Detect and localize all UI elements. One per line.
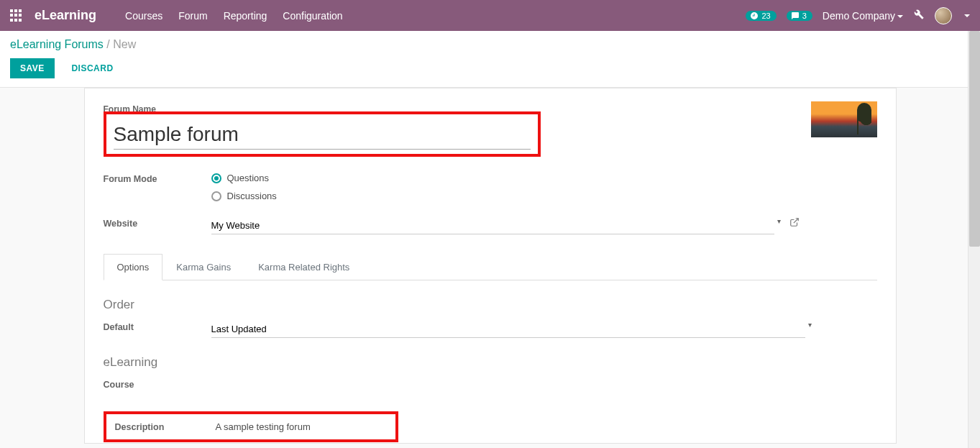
breadcrumb-sep: / [106, 38, 113, 50]
external-link-icon[interactable] [789, 217, 800, 229]
scrollbar[interactable] [968, 31, 980, 448]
apps-icon[interactable] [10, 9, 23, 22]
save-button[interactable]: SAVE [10, 58, 55, 78]
description-value: A sample testing forum [216, 421, 311, 432]
radio-questions[interactable] [211, 173, 221, 183]
description-label: Description [115, 422, 216, 432]
nav-reporting[interactable]: Reporting [224, 10, 267, 22]
topbar: eLearning Courses Forum Reporting Config… [0, 0, 980, 31]
wrench-icon [913, 9, 925, 20]
breadcrumb: eLearning Forums / New [10, 38, 970, 51]
mode-row: Forum Mode Questions Discussions [104, 173, 877, 209]
tab-karma-gains[interactable]: Karma Gains [162, 254, 244, 280]
website-row: Website ▾ [104, 217, 800, 234]
mode-option-discussions[interactable]: Discussions [211, 191, 277, 201]
description-highlight: Description A sample testing forum [104, 411, 398, 442]
company-switcher[interactable]: Demo Company [823, 10, 903, 22]
tabs: Options Karma Gains Karma Related Rights [104, 253, 877, 280]
tab-options[interactable]: Options [104, 254, 163, 280]
scrollbar-thumb[interactable] [969, 31, 980, 247]
clock-icon [750, 12, 759, 20]
mode-options: Questions Discussions [211, 173, 277, 209]
forum-name-input[interactable] [114, 122, 531, 150]
action-buttons: SAVE DISCARD [10, 58, 970, 78]
discard-button[interactable]: DISCARD [61, 58, 123, 78]
top-nav: Courses Forum Reporting Configuration [125, 10, 343, 22]
default-caret-icon[interactable]: ▾ [805, 321, 815, 329]
topbar-right: 23 3 Demo Company [746, 7, 970, 24]
mode-label: Forum Mode [104, 173, 211, 184]
chevron-down-icon [897, 15, 903, 18]
sheet-container: Forum Name Forum Mode Questions Discussi… [0, 88, 980, 444]
messages-count: 3 [802, 12, 807, 20]
course-label: Course [104, 378, 211, 390]
activities-count: 23 [761, 12, 770, 20]
svg-line-0 [794, 219, 798, 223]
name-group: Forum Name [104, 104, 877, 157]
user-caret-icon [964, 14, 970, 17]
radio-discussions[interactable] [211, 191, 221, 201]
course-row: Course [104, 378, 877, 390]
elearning-section-title: eLearning [104, 355, 877, 370]
tab-karma-rights[interactable]: Karma Related Rights [244, 254, 363, 280]
order-section-title: Order [104, 298, 877, 312]
website-field[interactable] [211, 217, 774, 234]
name-highlight [104, 111, 541, 157]
nav-configuration[interactable]: Configuration [283, 10, 342, 22]
debug-menu[interactable] [913, 9, 925, 22]
breadcrumb-leaf: New [113, 38, 136, 50]
nav-forum[interactable]: Forum [178, 10, 207, 22]
default-sort-field[interactable] [211, 321, 806, 338]
control-panel: eLearning Forums / New SAVE DISCARD [0, 31, 980, 88]
activities-pill[interactable]: 23 [746, 11, 776, 21]
chat-icon [791, 12, 800, 20]
messages-pill[interactable]: 3 [787, 11, 812, 21]
default-sort-row: Default ▾ [104, 321, 815, 338]
cover-image[interactable] [811, 101, 877, 137]
dropdown-caret-icon[interactable]: ▾ [774, 217, 784, 225]
brand: eLearning [35, 8, 96, 23]
nav-courses[interactable]: Courses [125, 10, 162, 22]
mode-option-questions[interactable]: Questions [211, 173, 277, 183]
default-sort-label: Default [104, 321, 211, 332]
website-label: Website [104, 217, 211, 229]
form-sheet: Forum Name Forum Mode Questions Discussi… [84, 88, 897, 444]
breadcrumb-root[interactable]: eLearning Forums [10, 38, 104, 50]
avatar[interactable] [935, 7, 952, 24]
